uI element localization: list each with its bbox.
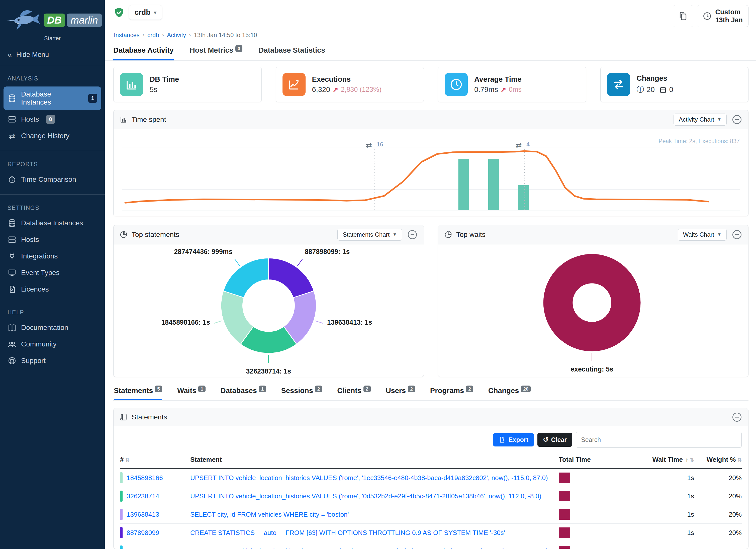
top-statements-panel: Top statements Statements Chart ▼ (113, 225, 424, 377)
sidebar-item-settings-hosts[interactable]: Hosts (0, 231, 105, 248)
tab-clients[interactable]: Clients2 (337, 387, 370, 400)
collapse-left-icon: « (8, 50, 12, 59)
pie-chart-icon (120, 231, 128, 239)
statement-color-chip (120, 472, 123, 483)
statement-id-link[interactable]: 326238714 (127, 492, 159, 500)
detail-tab-bar: Statements5 Waits1 Databases1 Sessions2 … (113, 387, 748, 401)
sidebar-item-label: Hosts (21, 115, 39, 123)
tab-programs[interactable]: Programs2 (430, 387, 473, 400)
statements-panel: Statements Export ↺ Clear (113, 408, 748, 549)
breadcrumb-separator: › (143, 32, 144, 38)
column-header-total-time[interactable]: Total Time (559, 456, 611, 464)
svg-text:⇄: ⇄ (366, 141, 372, 149)
statement-id-link[interactable]: 1845898166 (127, 474, 163, 482)
sidebar-item-licences[interactable]: Licences (0, 281, 105, 298)
sort-icon: ⇅ (690, 457, 694, 463)
activity-chart-select[interactable]: Activity Chart ▼ (674, 114, 727, 126)
instance-selector[interactable]: crdb ▾ (129, 5, 162, 20)
sidebar-item-event-types[interactable]: Event Types (0, 264, 105, 281)
sidebar-item-hosts[interactable]: Hosts 0 (0, 111, 105, 128)
statement-link[interactable]: SELECT city, id FROM vehicles WHERE city… (190, 511, 349, 518)
statement-id-link[interactable]: 139638413 (127, 511, 159, 518)
wait-time-value: 1s (611, 529, 694, 537)
kpi-average-time: Average Time 0.79ms ↗ 0ms (438, 67, 586, 102)
health-shield-icon (113, 7, 125, 18)
tab-sessions[interactable]: Sessions2 (281, 387, 322, 400)
collapse-panel-button[interactable] (732, 412, 742, 422)
sidebar-item-community[interactable]: Community (0, 336, 105, 352)
changes-event-count: 0 (669, 85, 673, 94)
tab-host-metrics[interactable]: Host Metrics0 (190, 46, 243, 60)
tab-users[interactable]: Users2 (386, 387, 415, 400)
tab-database-activity[interactable]: Database Activity (113, 46, 174, 60)
sidebar-item-label: Database Instances (21, 219, 83, 227)
line-chart-icon (282, 73, 306, 96)
tab-statements[interactable]: Statements5 (114, 387, 162, 400)
clock-icon (703, 12, 712, 21)
dbmarlin-app: DB marlin Starter « Hide Menu ANALYSIS D… (0, 0, 756, 549)
statement-link[interactable]: UPSERT INTO vehicle_location_histories V… (190, 474, 548, 482)
sidebar-item-documentation[interactable]: Documentation (0, 319, 105, 336)
tab-badge: 1 (259, 386, 266, 392)
search-input[interactable] (576, 432, 742, 448)
column-header-statement[interactable]: Statement (190, 456, 559, 464)
column-header-wait-time[interactable]: Wait Time↑⇅ (611, 456, 694, 464)
swap-arrows-icon: ⇄ (8, 131, 17, 140)
clear-button[interactable]: ↺ Clear (537, 433, 572, 447)
breadcrumb-instances[interactable]: Instances (114, 32, 140, 39)
sidebar-item-label: Community (21, 340, 57, 348)
collapse-panel-button[interactable] (407, 229, 418, 240)
statement-id-link[interactable]: 287474436 (127, 547, 159, 549)
tab-label: Host Metrics (190, 46, 233, 54)
column-header-weight[interactable]: Weight %⇅ (694, 456, 742, 464)
statement-link[interactable]: UPSERT INTO vehicle_location_histories V… (190, 547, 548, 549)
time-spent-panel: Time spent Activity Chart ▼ 14:5014:5515… (113, 110, 748, 216)
sidebar-item-integrations[interactable]: Integrations (0, 248, 105, 264)
copy-link-button[interactable] (673, 5, 693, 27)
sidebar-item-time-comparison[interactable]: Time Comparison (0, 171, 105, 188)
statement-link[interactable]: CREATE STATISTICS __auto__ FROM [63] WIT… (190, 529, 505, 536)
statement-id-link[interactable]: 887898099 (127, 529, 159, 537)
time-range-button[interactable]: Custom 13th Jan (697, 5, 748, 27)
collapse-panel-button[interactable] (732, 229, 742, 240)
tab-label: Changes (488, 387, 519, 395)
main-area: crdb ▾ (105, 0, 756, 549)
sidebar-item-change-history[interactable]: ⇄ Change History (0, 128, 105, 144)
tab-badge: 5 (155, 386, 162, 392)
hide-menu-button[interactable]: « Hide Menu (0, 44, 105, 65)
tab-changes[interactable]: Changes20 (488, 387, 531, 400)
wait-time-value: 999ms (611, 547, 694, 549)
select-label: Activity Chart (679, 116, 714, 123)
tab-waits[interactable]: Waits1 (177, 387, 206, 400)
statement-link[interactable]: UPSERT INTO vehicle_location_histories V… (190, 492, 541, 500)
bar-chart-icon (120, 73, 143, 96)
sidebar-item-settings-database-instances[interactable]: Database Instances (0, 215, 105, 231)
tab-database-statistics[interactable]: Database Statistics (258, 46, 325, 60)
panel-title: Top statements (132, 231, 179, 239)
breadcrumb-crdb[interactable]: crdb (147, 32, 159, 39)
collapse-panel-button[interactable] (732, 114, 742, 125)
breadcrumb-activity[interactable]: Activity (167, 32, 186, 39)
sidebar-item-support[interactable]: Support (0, 352, 105, 369)
time-range-date: 13th Jan (715, 16, 743, 24)
svg-text:326238714: 1s: 326238714: 1s (246, 368, 291, 375)
statements-chart-select[interactable]: Statements Chart ▼ (337, 229, 402, 241)
logo-area: DB marlin Starter (0, 0, 105, 44)
kpi-delta: 2,830 (123%) (341, 86, 382, 94)
copy-icon (678, 11, 688, 21)
scroll-icon (120, 413, 128, 421)
export-button[interactable]: Export (493, 433, 534, 446)
sidebar-item-label: Licences (21, 285, 49, 293)
svg-text:16: 16 (377, 141, 383, 148)
column-header-num[interactable]: #⇅ (120, 456, 190, 464)
life-ring-icon (8, 356, 17, 365)
waits-chart-select[interactable]: Waits Chart ▼ (678, 229, 727, 241)
sidebar-item-database-instances[interactable]: Database Instances 1 (4, 86, 101, 110)
tab-databases[interactable]: Databases1 (221, 387, 266, 400)
clear-label: Clear (551, 436, 567, 443)
statement-color-chip (120, 527, 123, 538)
sidebar-item-label: Documentation (21, 324, 68, 332)
panel-title: Top waits (456, 231, 486, 239)
dbmarlin-wordmark: DB marlin (44, 14, 102, 27)
export-icon (499, 436, 506, 443)
